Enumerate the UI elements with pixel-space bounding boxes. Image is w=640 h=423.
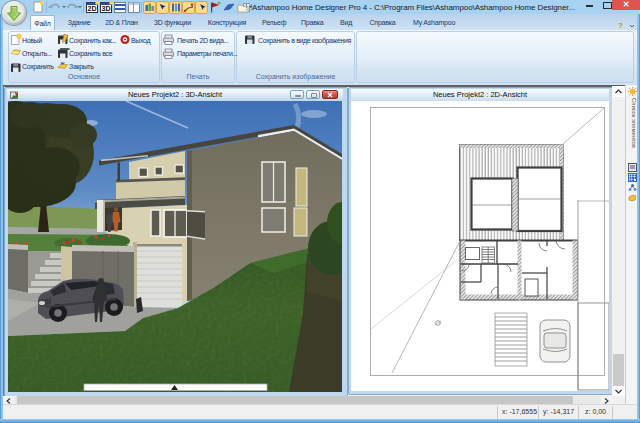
svg-text:2D: 2D xyxy=(88,5,97,12)
svg-text:3D: 3D xyxy=(102,5,111,12)
